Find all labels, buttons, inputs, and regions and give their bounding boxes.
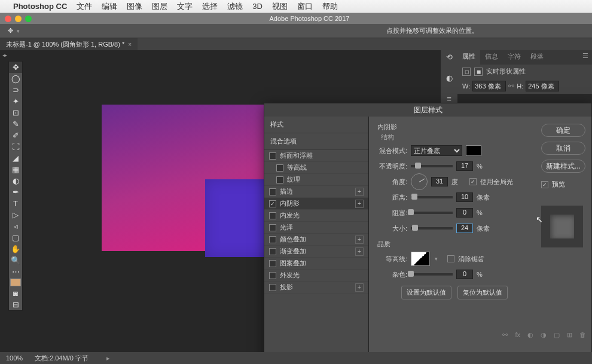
- tab-paragraph[interactable]: 段落: [526, 50, 548, 65]
- choke-value[interactable]: 0: [456, 208, 473, 218]
- marquee-tool[interactable]: ◯: [9, 73, 22, 84]
- cancel-button[interactable]: 取消: [541, 142, 585, 155]
- stroke-checkbox[interactable]: [269, 188, 276, 195]
- brush-tool[interactable]: ✐: [9, 130, 22, 141]
- wand-tool[interactable]: ✦: [9, 96, 22, 107]
- panel-menu-icon[interactable]: ☰: [579, 50, 592, 65]
- crop-tool[interactable]: ⊡: [9, 107, 22, 118]
- style-color-overlay[interactable]: 颜色叠加+: [264, 234, 368, 246]
- inner-glow-checkbox[interactable]: [269, 212, 276, 219]
- texture-checkbox[interactable]: [276, 176, 283, 183]
- tab-character[interactable]: 字符: [503, 50, 526, 65]
- delete-layer-icon[interactable]: 🗑: [579, 331, 586, 339]
- size-slider[interactable]: [411, 227, 453, 230]
- stamp-tool[interactable]: ⛶: [9, 141, 22, 152]
- menu-select[interactable]: 选择: [202, 1, 218, 12]
- tab-info[interactable]: 信息: [480, 50, 503, 65]
- link-layers-icon[interactable]: ⚯: [502, 331, 508, 339]
- antialias-checkbox[interactable]: [447, 255, 454, 262]
- maximize-window-button[interactable]: [25, 16, 32, 22]
- expand-arrows-icon[interactable]: ◂▸: [2, 53, 7, 58]
- layer-mask-icon[interactable]: ◐: [527, 331, 533, 339]
- distance-slider[interactable]: [411, 196, 453, 198]
- style-satin[interactable]: 光泽: [264, 222, 368, 234]
- path-tool[interactable]: ▷: [9, 209, 22, 221]
- size-value[interactable]: 24: [456, 224, 473, 233]
- height-input[interactable]: [526, 81, 559, 91]
- menu-help[interactable]: 帮助: [322, 1, 338, 12]
- adjustment-icon[interactable]: ◑: [541, 331, 547, 339]
- close-window-button[interactable]: [5, 16, 11, 22]
- link-wh-icon[interactable]: ⚯: [508, 82, 514, 90]
- dropdown-arrow-icon[interactable]: ▾: [17, 28, 20, 34]
- blending-options[interactable]: 混合选项: [264, 133, 368, 150]
- reset-default-button[interactable]: 复位为默认值: [457, 286, 508, 299]
- style-texture[interactable]: 纹理: [264, 174, 368, 186]
- style-drop-shadow[interactable]: 投影+: [264, 282, 368, 293]
- eraser-tool[interactable]: ◢: [9, 152, 22, 164]
- color-overlay-checkbox[interactable]: [269, 236, 276, 243]
- contour-dropdown-icon[interactable]: ▾: [435, 256, 438, 262]
- color-swatches[interactable]: [9, 277, 22, 287]
- group-icon[interactable]: ▢: [554, 331, 560, 339]
- stroke-add-icon[interactable]: +: [355, 188, 364, 196]
- type-tool[interactable]: T: [9, 198, 22, 209]
- quickmask-tool[interactable]: ◙: [9, 287, 22, 299]
- set-default-button[interactable]: 设置为默认值: [401, 286, 451, 299]
- contour-swatch[interactable]: [411, 252, 430, 266]
- dodge-tool[interactable]: ◐: [9, 175, 22, 186]
- style-stroke[interactable]: 描边+: [264, 186, 368, 198]
- noise-value[interactable]: 0: [456, 270, 473, 279]
- shape-tool[interactable]: ▢: [9, 232, 22, 243]
- new-layer-icon[interactable]: ⊞: [567, 331, 572, 339]
- eyedropper-tool[interactable]: ✎: [9, 118, 22, 130]
- status-arrow-icon[interactable]: ▸: [106, 354, 110, 362]
- choke-slider[interactable]: [411, 212, 453, 214]
- gradient-tool[interactable]: ▦: [9, 164, 22, 175]
- lasso-tool[interactable]: ⊃: [9, 84, 22, 96]
- gradient-overlay-checkbox[interactable]: [269, 248, 276, 255]
- style-gradient-overlay[interactable]: 渐变叠加+: [264, 246, 368, 258]
- global-light-checkbox[interactable]: [469, 178, 477, 185]
- menu-file[interactable]: 文件: [77, 1, 92, 12]
- ok-button[interactable]: 确定: [541, 124, 585, 137]
- menu-window[interactable]: 窗口: [297, 1, 313, 12]
- menu-3d[interactable]: 3D: [252, 2, 263, 11]
- history-panel-icon[interactable]: ⟲: [444, 53, 454, 62]
- bevel-checkbox[interactable]: [269, 152, 276, 160]
- style-pattern-overlay[interactable]: 图案叠加: [264, 258, 368, 270]
- drop-shadow-checkbox[interactable]: [269, 284, 276, 291]
- menu-layer[interactable]: 图层: [152, 1, 167, 12]
- layer-fx-icon[interactable]: fx: [515, 331, 520, 339]
- outer-glow-checkbox[interactable]: [269, 272, 276, 279]
- drop-shadow-add-icon[interactable]: +: [355, 283, 364, 292]
- zoom-tool[interactable]: 🔍: [9, 255, 22, 266]
- adjust-panel-icon[interactable]: ◐: [444, 74, 454, 82]
- style-bevel[interactable]: 斜面和浮雕: [264, 150, 368, 162]
- doc-tab[interactable]: 未标题-1 @ 100% (圆角矩形 1, RGB/8) * ×: [0, 38, 138, 50]
- preview-checkbox[interactable]: [541, 181, 548, 188]
- width-input[interactable]: [472, 81, 506, 91]
- style-outer-glow[interactable]: 外发光: [264, 270, 368, 282]
- tab-properties[interactable]: 属性: [457, 50, 480, 65]
- gradient-overlay-add-icon[interactable]: +: [355, 247, 364, 256]
- opacity-slider[interactable]: [411, 165, 453, 167]
- color-overlay-add-icon[interactable]: +: [355, 235, 364, 244]
- menu-filter[interactable]: 滤镜: [227, 1, 243, 12]
- angle-dial[interactable]: [411, 173, 428, 190]
- new-style-button[interactable]: 新建样式...: [541, 160, 585, 173]
- shadow-color-swatch[interactable]: [466, 145, 481, 156]
- styles-header[interactable]: 样式: [264, 117, 368, 133]
- zoom-level[interactable]: 100%: [6, 354, 23, 362]
- menu-image[interactable]: 图像: [127, 1, 142, 12]
- doc-info[interactable]: 文档:2.04M/0 字节: [35, 354, 89, 363]
- opacity-value[interactable]: 17: [456, 161, 473, 171]
- angle-value[interactable]: 31: [431, 177, 448, 186]
- style-inner-glow[interactable]: 内发光: [264, 210, 368, 222]
- direct-select-tool[interactable]: ◃: [9, 221, 22, 232]
- move-tool[interactable]: ✥: [9, 62, 22, 73]
- contour-checkbox[interactable]: [276, 164, 283, 172]
- screen-mode-tool[interactable]: ⊟: [9, 299, 22, 310]
- libraries-panel-icon[interactable]: ≡: [444, 94, 454, 103]
- menu-edit[interactable]: 编辑: [102, 1, 117, 12]
